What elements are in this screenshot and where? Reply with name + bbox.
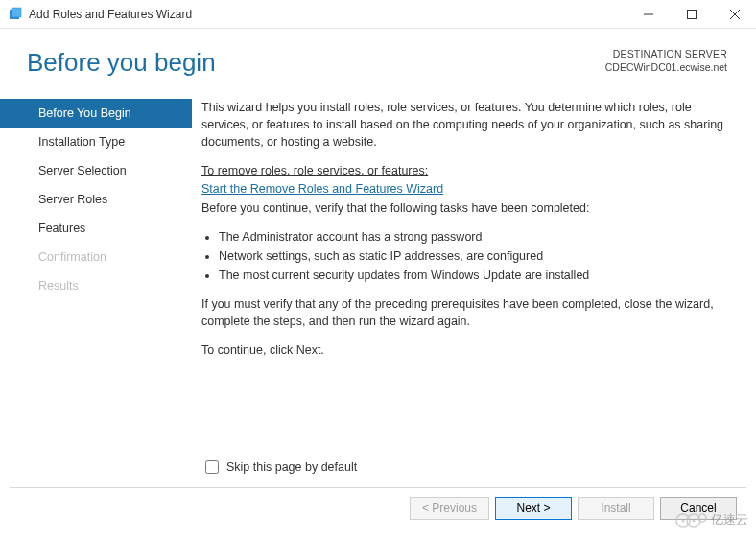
destination-server-block: DESTINATION SERVER CDECWinDC01.ecwise.ne…	[605, 48, 727, 74]
svg-rect-1	[12, 8, 21, 17]
watermark-text: 亿速云	[711, 511, 748, 528]
sidebar-item-features[interactable]: Features	[0, 214, 192, 243]
wizard-sidebar: Before You Begin Installation Type Serve…	[0, 87, 192, 471]
sidebar-item-before-you-begin[interactable]: Before You Begin	[0, 99, 192, 128]
sidebar-item-results: Results	[0, 271, 192, 300]
list-item: Network settings, such as static IP addr…	[219, 247, 733, 265]
sidebar-item-label: Before You Begin	[38, 106, 131, 120]
continue-note: To continue, click Next.	[201, 341, 733, 359]
next-button[interactable]: Next >	[495, 497, 572, 520]
sidebar-item-label: Confirmation	[38, 250, 106, 264]
sidebar-item-confirmation: Confirmation	[0, 243, 192, 271]
intro-text: This wizard helps you install roles, rol…	[201, 99, 733, 151]
minimize-button[interactable]	[626, 0, 670, 28]
close-button[interactable]	[713, 0, 756, 28]
separator	[10, 487, 746, 488]
skip-page-checkbox[interactable]	[205, 460, 219, 474]
skip-page-label: Skip this page by default	[226, 460, 357, 474]
window-title: Add Roles and Features Wizard	[29, 8, 626, 21]
destination-server-value: CDECWinDC01.ecwise.net	[605, 61, 727, 75]
list-item: The Administrator account has a strong p…	[219, 228, 733, 245]
wizard-body: Before You Begin Installation Type Serve…	[0, 87, 756, 471]
remove-roles-link[interactable]: Start the Remove Roles and Features Wiza…	[201, 182, 443, 196]
wizard-icon	[8, 7, 23, 22]
skip-page-checkbox-row[interactable]: Skip this page by default	[205, 460, 357, 474]
sidebar-item-label: Server Roles	[38, 193, 107, 206]
svg-point-9	[682, 520, 685, 523]
titlebar: Add Roles and Features Wizard	[0, 0, 756, 29]
sidebar-item-label: Server Selection	[38, 164, 127, 177]
sidebar-item-server-roles[interactable]: Server Roles	[0, 185, 192, 214]
remove-label: To remove roles, role services, or featu…	[201, 164, 428, 177]
page-title: Before you begin	[27, 48, 216, 78]
verify-label: Before you continue, verify that the fol…	[201, 199, 733, 217]
prerequisites-list: The Administrator account has a strong p…	[201, 228, 733, 284]
destination-server-label: DESTINATION SERVER	[605, 48, 727, 61]
sidebar-item-label: Installation Type	[38, 135, 125, 149]
sidebar-item-label: Features	[38, 222, 85, 235]
maximize-button[interactable]	[670, 0, 713, 28]
wizard-content: This wizard helps you install roles, rol…	[192, 87, 756, 471]
sidebar-item-label: Results	[38, 279, 79, 292]
sidebar-item-installation-type[interactable]: Installation Type	[0, 128, 192, 156]
list-item: The most current security updates from W…	[219, 267, 733, 284]
svg-point-10	[693, 520, 696, 523]
svg-rect-3	[687, 10, 696, 18]
install-button: Install	[578, 497, 654, 520]
page-header: Before you begin DESTINATION SERVER CDEC…	[0, 29, 756, 87]
verify-note: If you must verify that any of the prece…	[201, 295, 733, 330]
window-controls	[626, 0, 756, 28]
sidebar-item-server-selection[interactable]: Server Selection	[0, 156, 192, 185]
watermark: 亿速云	[674, 510, 748, 529]
previous-button: < Previous	[410, 497, 489, 520]
